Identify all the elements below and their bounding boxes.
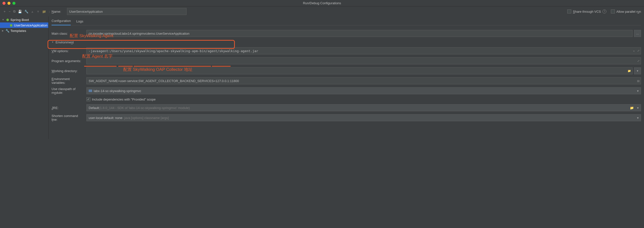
allow-parallel-checkbox[interactable]: Allow parallel run bbox=[611, 10, 641, 14]
remove-config-icon[interactable]: − bbox=[9, 10, 11, 14]
tree-app-item[interactable]: ⬢ UserServiceApplication bbox=[0, 23, 48, 28]
main-class-input[interactable] bbox=[86, 30, 632, 37]
maximize-window-button[interactable] bbox=[12, 2, 16, 5]
shorten-cmdline-label: Shorten command line: bbox=[52, 114, 84, 122]
working-directory-label: Working directory: bbox=[52, 69, 84, 73]
move-down-icon[interactable]: ▼ bbox=[36, 10, 40, 14]
close-window-button[interactable] bbox=[2, 2, 6, 5]
folder-icon[interactable]: 📁 bbox=[628, 69, 631, 73]
expand-icon[interactable]: ⤢ bbox=[637, 49, 640, 53]
minimize-window-button[interactable] bbox=[8, 2, 10, 5]
vm-options-label: VM options: bbox=[52, 49, 84, 53]
jre-dropdown[interactable]: Default (1.8.0_144 - SDK of 'labx-14-sc-… bbox=[86, 104, 641, 111]
env-vars-label: Environment variables: bbox=[52, 77, 84, 85]
name-label: Name: bbox=[52, 10, 64, 14]
classpath-label: Use classpath of module: bbox=[52, 87, 84, 94]
tab-logs[interactable]: Logs bbox=[76, 18, 83, 25]
chevron-down-icon: ▼ bbox=[52, 41, 54, 43]
share-vcs-checkbox[interactable]: Share through VCS ? bbox=[567, 10, 606, 14]
chevron-right-icon: ▶ bbox=[2, 29, 4, 32]
env-vars-input[interactable] bbox=[86, 77, 641, 84]
tree-springboot[interactable]: ▼ ⬢ Spring Boot bbox=[0, 17, 48, 23]
titlebar: Run/Debug Configurations bbox=[0, 0, 644, 7]
environment-section[interactable]: ▼ Environment bbox=[52, 38, 641, 46]
include-provided-checkbox[interactable]: Include dependencies with "Provided" sco… bbox=[86, 97, 156, 101]
program-arguments-label: Program arguments: bbox=[52, 59, 84, 63]
tree-templates[interactable]: ▶ 🔧 Templates bbox=[0, 28, 48, 33]
name-input[interactable] bbox=[67, 8, 186, 15]
tab-configuration[interactable]: Configuration bbox=[52, 17, 71, 26]
working-directory-dropdown[interactable]: ▾ bbox=[634, 67, 641, 74]
tabs: Configuration Logs bbox=[52, 17, 641, 26]
shorten-cmdline-dropdown[interactable]: user-local default: none - java [options… bbox=[86, 114, 641, 121]
wrench-icon: 🔧 bbox=[6, 29, 10, 33]
program-arguments-input[interactable] bbox=[86, 57, 641, 64]
working-directory-input[interactable] bbox=[86, 67, 632, 74]
save-config-icon[interactable]: 💾 bbox=[18, 10, 22, 14]
add-config-icon[interactable]: ＋ bbox=[3, 10, 6, 14]
help-icon[interactable]: ? bbox=[602, 10, 606, 14]
browse-main-class-button[interactable]: … bbox=[634, 30, 641, 37]
expand-icon[interactable]: ⤢ bbox=[637, 59, 640, 63]
folder-icon[interactable]: 📁 bbox=[630, 106, 634, 110]
spring-boot-icon: ⬢ bbox=[6, 18, 10, 22]
wrench-icon[interactable]: 🔧 bbox=[24, 10, 28, 14]
move-up-icon[interactable]: ▲ bbox=[31, 10, 34, 14]
config-tree: ▼ ⬢ Spring Boot ⬢ UserServiceApplication… bbox=[0, 17, 48, 139]
vm-options-input[interactable] bbox=[86, 47, 641, 54]
jre-label: JRE: bbox=[52, 106, 84, 110]
spring-boot-icon: ⬢ bbox=[9, 24, 13, 27]
sort-icon[interactable]: ↕ bbox=[48, 10, 50, 14]
config-toolbar: ＋ − ⧉ 💾 🔧 ▲ ▼ 📁 ↕ bbox=[0, 10, 48, 14]
module-icon bbox=[89, 89, 92, 92]
classpath-module-dropdown[interactable]: labx-14-sc-skywalking-springmvc bbox=[86, 87, 641, 94]
insert-macro-icon[interactable]: ＋ bbox=[632, 49, 635, 53]
window-title: Run/Debug Configurations bbox=[303, 1, 341, 5]
copy-config-icon[interactable]: ⧉ bbox=[13, 10, 16, 14]
main-class-label: Main class: bbox=[52, 32, 84, 35]
folder-icon[interactable]: 📁 bbox=[42, 10, 46, 14]
list-icon[interactable]: ▤ bbox=[637, 79, 640, 83]
chevron-down-icon: ▼ bbox=[2, 19, 4, 21]
